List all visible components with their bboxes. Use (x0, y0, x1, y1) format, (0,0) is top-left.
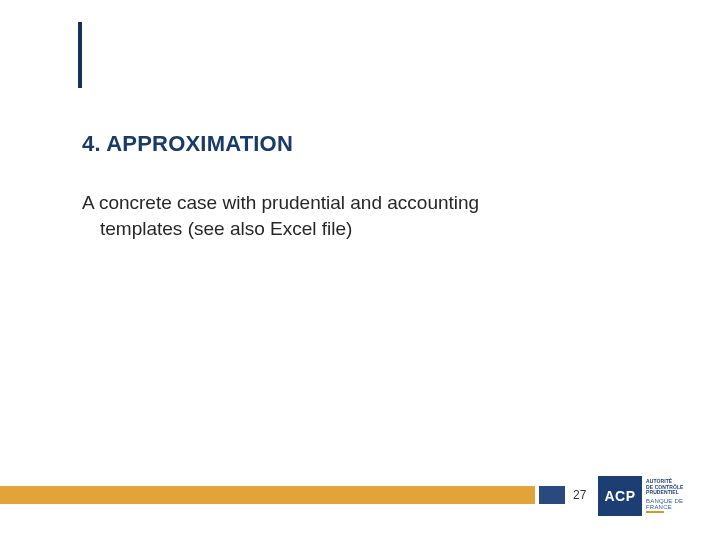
footer-accent-bar (0, 486, 565, 504)
footer-bar-blue (539, 486, 565, 504)
section-heading: 4. APPROXIMATION (82, 131, 293, 157)
footer-bar-gold (0, 486, 535, 504)
acp-logo-text: AUTORITÉ DE CONTRÔLE PRUDENTIEL BANQUE D… (642, 476, 698, 516)
body-paragraph: A concrete case with prudential and acco… (82, 190, 602, 241)
body-line-1: A concrete case with prudential and acco… (82, 190, 602, 216)
slide: 4. APPROXIMATION A concrete case with pr… (0, 0, 720, 540)
acp-logo-acronym: ACP (598, 476, 642, 516)
logo-gold-dash (646, 511, 664, 513)
logo-subbrand: BANQUE DE FRANCE (646, 498, 698, 510)
acp-logo: ACP AUTORITÉ DE CONTRÔLE PRUDENTIEL BANQ… (598, 476, 698, 516)
page-number: 27 (573, 488, 586, 502)
logo-line-3: PRUDENTIEL (646, 490, 698, 496)
top-accent-rule (78, 22, 82, 88)
body-line-2: templates (see also Excel file) (82, 216, 602, 242)
